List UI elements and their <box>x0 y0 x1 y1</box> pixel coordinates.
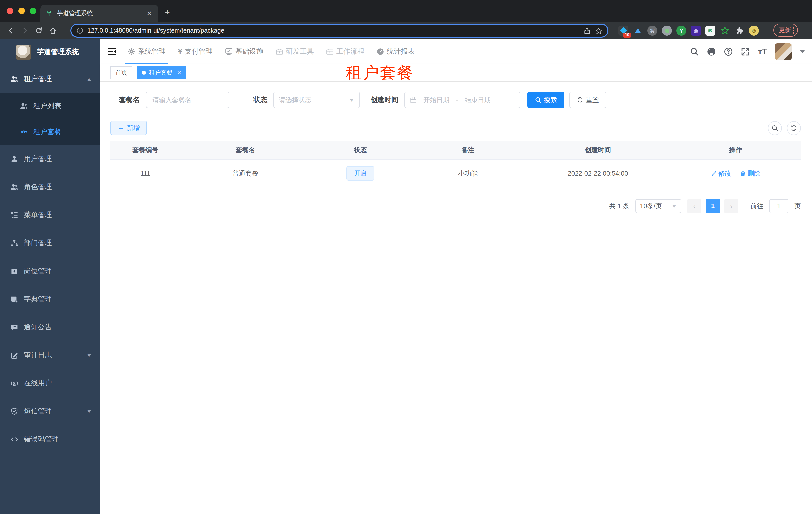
tag-home[interactable]: 首页 <box>111 66 133 79</box>
sidebar-item-tenant-management[interactable]: 租户管理 ▲ <box>0 65 100 93</box>
nav-item-reports[interactable]: 统计报表 <box>371 39 421 64</box>
roles-icon <box>10 183 19 191</box>
table-search-toggle-button[interactable] <box>768 121 782 135</box>
table-tools <box>768 121 801 135</box>
back-button[interactable] <box>4 24 18 37</box>
tag-close-icon[interactable]: ✕ <box>177 69 181 76</box>
browser-tab[interactable]: 芋道管理系统 ✕ <box>40 4 158 22</box>
extension-icon[interactable]: ⌘ <box>647 26 658 35</box>
sidebar-item-tenant-package[interactable]: 租户套餐 <box>0 119 100 145</box>
current-page-button[interactable]: 1 <box>706 199 720 213</box>
page-annotation-text: 租户套餐 <box>346 63 414 82</box>
browser-tabstrip: 芋道管理系统 ✕ + <box>0 0 812 22</box>
sidebar-item-role-management[interactable]: 角色管理 <box>0 173 100 201</box>
peoples-icon <box>20 128 28 136</box>
sidebar-item-post-management[interactable]: 岗位管理 <box>0 257 100 285</box>
nav-item-system[interactable]: 系统管理 <box>121 39 172 64</box>
chevron-down-icon: ▼ <box>87 353 92 358</box>
pagination-total: 共 1 条 <box>609 201 630 211</box>
github-icon[interactable] <box>707 47 716 56</box>
extension-icon[interactable]: ◉ <box>691 26 701 35</box>
extension-icon[interactable]: Y <box>676 26 687 35</box>
status-select[interactable]: 请选择状态 ▼ <box>273 91 360 108</box>
next-page-button[interactable]: › <box>725 199 738 213</box>
edit-link[interactable]: 修改 <box>711 169 731 178</box>
tag-tenant-package[interactable]: 租户套餐 ✕ <box>137 66 186 79</box>
sidebar-item-menu-management[interactable]: 菜单管理 <box>0 201 100 229</box>
sidebar-item-sms-management[interactable]: 短信管理 ▼ <box>0 397 100 426</box>
extension-icon[interactable] <box>662 26 672 35</box>
sidebar-item-user-management[interactable]: 用户管理 <box>0 145 100 173</box>
search-icon[interactable] <box>690 47 699 56</box>
col-header-created: 创建时间 <box>525 141 670 159</box>
status-badge: 开启 <box>347 166 375 181</box>
browser-window: 芋道管理系统 ✕ + 127.0.0.1:48080/admin-ui/syst… <box>0 0 812 514</box>
nav-item-workflow[interactable]: 工作流程 <box>320 39 371 64</box>
sidebar-item-dict-management[interactable]: 字典管理 <box>0 285 100 313</box>
date-start-input[interactable] <box>420 96 453 104</box>
col-header-actions: 操作 <box>670 141 801 159</box>
new-tab-button[interactable]: + <box>165 8 170 17</box>
pagination: 共 1 条 10条/页 ▼ ‹ 1 › 前往 页 <box>111 199 801 213</box>
sidebar-item-online-users[interactable]: 在线用户 <box>0 369 100 397</box>
calendar-icon <box>410 96 417 103</box>
reload-button[interactable] <box>32 24 46 37</box>
window-controls[interactable] <box>7 7 36 14</box>
table-refresh-button[interactable] <box>787 121 801 135</box>
window-close-button[interactable] <box>7 7 13 14</box>
sidebar-item-dept-management[interactable]: 部门管理 <box>0 229 100 257</box>
url-bar[interactable]: 127.0.0.1:48080/admin-ui/system/tenant/p… <box>70 24 609 37</box>
url-text[interactable]: 127.0.0.1:48080/admin-ui/system/tenant/p… <box>87 27 580 34</box>
font-size-icon[interactable]: ᴛT <box>758 47 767 56</box>
nav-item-infrastructure[interactable]: 基础设施 <box>219 39 269 64</box>
extensions-puzzle-icon[interactable] <box>734 26 745 35</box>
window-minimize-button[interactable] <box>19 7 25 14</box>
forward-button[interactable] <box>18 24 32 37</box>
active-tag-dot <box>142 71 146 75</box>
extension-icon[interactable]: 10 <box>618 26 629 35</box>
tab-close-icon[interactable]: ✕ <box>145 9 153 17</box>
nav-item-payment[interactable]: ¥ 支付管理 <box>172 39 219 64</box>
date-range-picker[interactable]: - <box>405 91 521 108</box>
online-broadcast-icon <box>10 379 19 387</box>
menu-tree-icon <box>10 211 19 219</box>
sidebar-item-audit-log[interactable]: 审计日志 ▼ <box>0 341 100 369</box>
chrome-update-button[interactable]: 更新 <box>774 24 798 36</box>
sidebar-submenu-tenant: 租户列表 租户套餐 <box>0 93 100 145</box>
prev-page-button[interactable]: ‹ <box>688 199 701 213</box>
cell-package-id: 111 <box>111 159 180 188</box>
extension-icon[interactable] <box>720 26 730 35</box>
sidebar-logo[interactable]: 芋道管理系统 <box>0 39 100 65</box>
bookmark-star-icon[interactable] <box>595 27 603 34</box>
sidebar-collapse-button[interactable] <box>100 47 121 56</box>
extension-icon[interactable]: ✉ <box>705 26 716 35</box>
sidebar-item-tenant-list[interactable]: 租户列表 <box>0 93 100 119</box>
sidebar-item-notice[interactable]: 通知公告 <box>0 313 100 341</box>
delete-link[interactable]: 删除 <box>740 169 761 178</box>
window-maximize-button[interactable] <box>30 7 36 14</box>
extension-icon[interactable] <box>633 26 643 35</box>
page-size-select[interactable]: 10条/页 ▼ <box>636 199 682 213</box>
reset-button[interactable]: 重置 <box>570 91 607 108</box>
sidebar-item-errorcode-management[interactable]: 错误码管理 <box>0 426 100 454</box>
col-header-id: 套餐编号 <box>111 141 180 159</box>
browser-menu-icon[interactable] <box>793 27 794 33</box>
date-end-input[interactable] <box>461 96 494 104</box>
avatar-caret-icon[interactable] <box>800 50 805 53</box>
help-icon[interactable] <box>724 47 733 56</box>
fullscreen-icon[interactable] <box>741 47 750 56</box>
profile-avatar-icon[interactable]: ☺ <box>749 26 759 35</box>
goto-unit-label: 页 <box>794 201 801 211</box>
cell-remark: 小功能 <box>410 159 525 188</box>
home-button[interactable] <box>46 24 60 37</box>
site-info-icon[interactable] <box>77 27 84 34</box>
plus-icon: ＋ <box>117 125 124 131</box>
goto-page-input[interactable] <box>770 199 788 213</box>
nav-item-dev-tools[interactable]: 研发工具 <box>269 39 320 64</box>
add-button[interactable]: ＋ 新增 <box>111 120 147 135</box>
chevron-down-icon: ▼ <box>349 98 354 102</box>
user-avatar[interactable] <box>775 43 792 60</box>
search-button[interactable]: 搜索 <box>527 91 564 108</box>
package-name-input[interactable] <box>146 91 230 108</box>
share-icon[interactable] <box>583 27 591 34</box>
